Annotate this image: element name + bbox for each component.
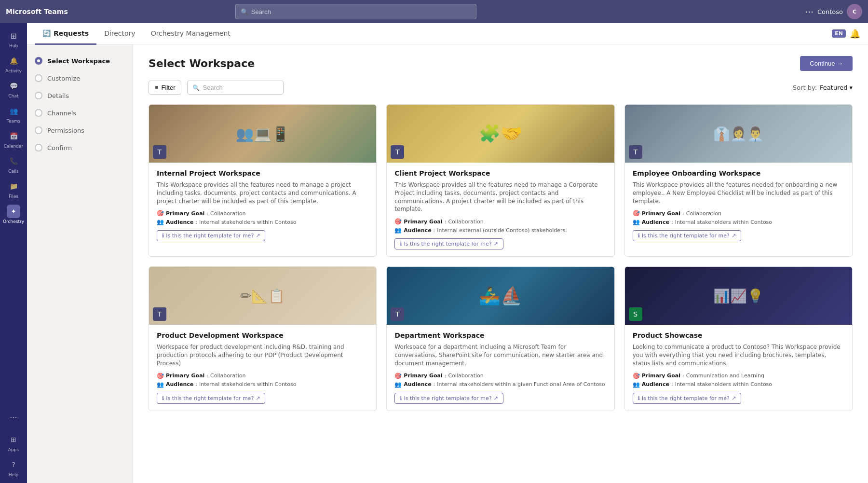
nav-activity[interactable]: 🔔 Activity xyxy=(2,52,25,75)
card-body-showcase: Product Showcase Looking to communicate … xyxy=(625,325,852,410)
panel-header: Select Workspace Continue → xyxy=(149,56,853,71)
workspace-card-department[interactable]: T Department Workspace Workspace for a d… xyxy=(386,266,614,411)
audience-icon: 👥 xyxy=(157,381,164,388)
template-link-product-dev[interactable]: ℹ Is this the right template for me? ↗ xyxy=(157,393,265,404)
step-dot-select-workspace xyxy=(35,57,42,65)
card-desc-showcase: Looking to communicate a product to Cont… xyxy=(633,343,844,367)
step-dot-customize xyxy=(35,74,42,82)
meta-audience-client: 👥 Audience : Internal external (outside … xyxy=(394,227,606,234)
nav-more[interactable]: ··· xyxy=(2,406,25,429)
step-dot-details xyxy=(35,92,42,99)
icon-nav: ⊞ Hub 🔔 Activity 💬 Chat 👥 Teams 📅 Calend… xyxy=(0,23,27,483)
card-title-department: Department Workspace xyxy=(394,331,606,339)
card-title-internal: Internal Project Workspace xyxy=(157,169,368,177)
filter-button[interactable]: ≡ Filter xyxy=(149,81,181,95)
step-confirm[interactable]: Confirm xyxy=(27,139,133,156)
nav-chat[interactable]: 💬 Chat xyxy=(2,77,25,100)
notification-bell[interactable]: 🔔 xyxy=(850,28,860,39)
goal-icon: 🎯 xyxy=(633,210,640,217)
step-details[interactable]: Details xyxy=(27,87,133,104)
card-body-onboarding: Employee Onboarding Workspace This Works… xyxy=(625,163,852,248)
workspace-card-product-development[interactable]: T Product Development Workspace Workspac… xyxy=(149,266,377,411)
nav-teams[interactable]: 👥 Teams xyxy=(2,102,25,125)
workspace-card-product-showcase[interactable]: S Product Showcase Looking to communicat… xyxy=(624,266,853,411)
nav-files[interactable]: 📁 Files xyxy=(2,178,25,201)
card-desc-product-dev: Workspace for product development includ… xyxy=(157,343,368,367)
workspace-panel: Select Workspace Continue → ≡ Filter 🔍 S… xyxy=(133,44,868,483)
info-icon: ℹ xyxy=(400,395,402,401)
tab-directory[interactable]: Directory xyxy=(96,24,143,45)
filter-row: ≡ Filter 🔍 Sort by: Featured ▾ xyxy=(149,81,853,95)
nav-calendar[interactable]: 📅 Calendar xyxy=(2,127,25,151)
continue-button[interactable]: Continue → xyxy=(800,56,853,71)
tab-bar-right: EN 🔔 xyxy=(832,28,860,39)
goal-icon: 🎯 xyxy=(157,373,164,379)
card-meta-onboarding: 🎯 Primary Goal : Collaboration 👥 Audienc… xyxy=(633,210,844,225)
search-input[interactable] xyxy=(251,8,471,15)
audience-icon: 👥 xyxy=(394,381,402,388)
meta-goal-showcase: 🎯 Primary Goal : Communication and Learn… xyxy=(633,373,844,379)
nav-orchestry[interactable]: ✦ Orchestry xyxy=(2,203,25,226)
nav-apps[interactable]: ⊞ Apps xyxy=(2,431,25,454)
external-link-icon: ↗ xyxy=(494,395,498,401)
tab-bar: 🔄 Requests Directory Orchestry Managemen… xyxy=(27,23,868,44)
more-options-button[interactable]: ··· xyxy=(805,7,814,17)
step-select-workspace[interactable]: Select Workspace xyxy=(27,52,133,69)
topbar-right: ··· Contoso C xyxy=(805,4,862,19)
external-link-icon: ↗ xyxy=(256,395,260,401)
card-desc-client: This Workspace provides all the features… xyxy=(394,181,606,213)
steps-sidebar: Select Workspace Customize Details Chann… xyxy=(27,44,133,483)
language-badge[interactable]: EN xyxy=(832,29,846,38)
nav-help[interactable]: ? Help xyxy=(2,456,25,479)
meta-audience-product-dev: 👥 Audience : Internal stakeholders withi… xyxy=(157,381,368,388)
step-permissions[interactable]: Permissions xyxy=(27,122,133,139)
template-link-onboarding[interactable]: ℹ Is this the right template for me? ↗ xyxy=(633,230,741,241)
workspace-search-box[interactable]: 🔍 xyxy=(187,81,284,95)
goal-icon: 🎯 xyxy=(633,373,640,379)
tab-requests[interactable]: 🔄 Requests xyxy=(35,24,96,45)
card-title-client: Client Project Workspace xyxy=(394,169,606,177)
card-meta-client: 🎯 Primary Goal : Collaboration 👥 Audienc… xyxy=(394,218,606,234)
main-content: 🔄 Requests Directory Orchestry Managemen… xyxy=(27,23,868,483)
card-image-showcase: S xyxy=(625,267,852,325)
template-link-internal[interactable]: ℹ Is this the right template for me? ↗ xyxy=(157,230,265,241)
app-name: Microsoft Teams xyxy=(6,8,68,15)
info-icon: ℹ xyxy=(400,241,402,247)
meta-goal-client: 🎯 Primary Goal : Collaboration xyxy=(394,218,606,225)
template-link-showcase[interactable]: ℹ Is this the right template for me? ↗ xyxy=(633,393,741,404)
nav-calls[interactable]: 📞 Calls xyxy=(2,152,25,176)
meta-audience-onboarding: 👥 Audience : Internal stakeholders withi… xyxy=(633,219,844,225)
meta-goal-onboarding: 🎯 Primary Goal : Collaboration xyxy=(633,210,844,217)
chevron-down-icon: ▾ xyxy=(849,84,853,91)
sort-select[interactable]: Featured ▾ xyxy=(820,84,853,91)
card-image-client: T xyxy=(387,105,614,163)
nav-hub[interactable]: ⊞ Hub xyxy=(2,27,25,50)
card-body-internal: Internal Project Workspace This Workspac… xyxy=(149,163,376,248)
audience-icon: 👥 xyxy=(394,227,402,234)
teams-icon: T xyxy=(158,148,162,156)
step-channels[interactable]: Channels xyxy=(27,104,133,122)
external-link-icon: ↗ xyxy=(732,395,736,401)
teams-icon: T xyxy=(633,148,637,156)
template-link-client[interactable]: ℹ Is this the right template for me? ↗ xyxy=(394,238,503,249)
info-icon: ℹ xyxy=(162,395,164,401)
template-link-department[interactable]: ℹ Is this the right template for me? ↗ xyxy=(394,393,503,404)
global-search[interactable]: 🔍 xyxy=(235,4,476,19)
card-meta-internal: 🎯 Primary Goal : Collaboration 👥 Audienc… xyxy=(157,210,368,225)
step-dot-confirm xyxy=(35,144,42,152)
workspace-grid: T Internal Project Workspace This Worksp… xyxy=(149,104,853,411)
goal-icon: 🎯 xyxy=(394,218,402,225)
tab-orchestry-management[interactable]: Orchestry Management xyxy=(143,24,238,45)
step-dot-permissions xyxy=(35,126,42,134)
step-customize[interactable]: Customize xyxy=(27,69,133,87)
goal-icon: 🎯 xyxy=(394,373,402,379)
meta-goal-internal: 🎯 Primary Goal : Collaboration xyxy=(157,210,368,217)
workspace-card-client-project[interactable]: T Client Project Workspace This Workspac… xyxy=(386,104,614,257)
avatar[interactable]: C xyxy=(847,4,862,19)
workspace-search-input[interactable] xyxy=(203,84,278,91)
workspace-card-internal-project[interactable]: T Internal Project Workspace This Worksp… xyxy=(149,104,377,257)
teams-badge-onboarding: T xyxy=(629,145,642,159)
workspace-card-employee-onboarding[interactable]: T Employee Onboarding Workspace This Wor… xyxy=(624,104,853,257)
external-link-icon: ↗ xyxy=(494,241,498,247)
card-desc-onboarding: This Workspace provides all the features… xyxy=(633,181,844,205)
